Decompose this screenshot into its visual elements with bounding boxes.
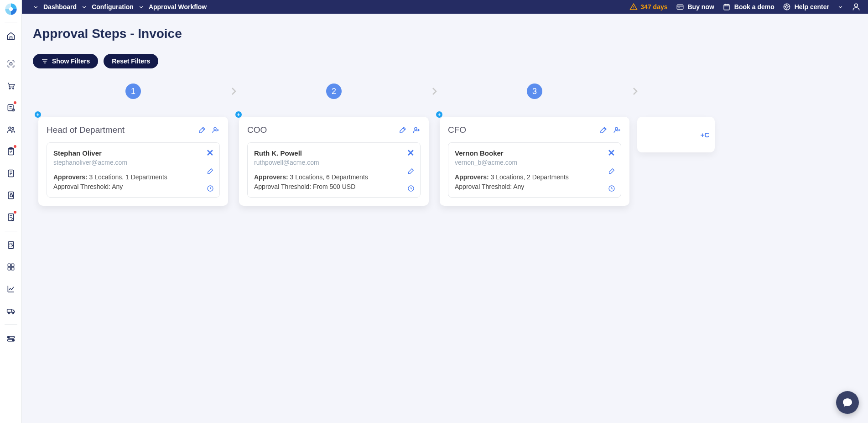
scan-icon[interactable] (2, 55, 20, 73)
remove-approver-icon[interactable]: ✕ (407, 148, 415, 157)
days-remaining: 347 days (629, 3, 667, 11)
lock-doc-icon[interactable] (2, 186, 20, 204)
buy-label: Buy now (688, 3, 714, 10)
sidebar (0, 0, 22, 423)
topbar: Dashboard Configuration Approval Workflo… (22, 0, 868, 14)
add-approver-icon[interactable] (613, 126, 621, 134)
approver-email: ruthpowell@acme.com (254, 159, 414, 166)
svg-point-6 (9, 127, 11, 129)
edit-step-icon[interactable] (399, 126, 407, 134)
approvers-value: 3 Locations, 2 Departments (489, 173, 569, 181)
svg-point-30 (785, 5, 788, 8)
breadcrumb-dashboard[interactable]: Dashboard (43, 3, 77, 10)
edit-step-icon[interactable] (198, 126, 206, 134)
svg-rect-20 (7, 309, 11, 313)
help-label: Help center (795, 3, 829, 10)
reset-filters-button[interactable]: Reset Filters (104, 54, 158, 68)
show-filters-label: Show Filters (52, 57, 90, 65)
breadcrumb: Dashboard Configuration Approval Workflo… (33, 3, 207, 10)
step-column-extra: +C (635, 82, 717, 152)
users-icon[interactable] (2, 120, 20, 139)
svg-point-0 (9, 7, 12, 11)
calculator-icon[interactable] (2, 236, 20, 254)
book-demo-link[interactable]: Book a demo (722, 3, 774, 11)
edit-step-icon[interactable] (599, 126, 608, 134)
history-icon[interactable] (207, 185, 214, 192)
card-title: Head of Department (47, 125, 125, 135)
request-icon[interactable] (2, 99, 20, 117)
add-step-button[interactable]: + (35, 111, 41, 118)
chevron-down-icon[interactable] (837, 4, 843, 10)
reset-filters-label: Reset Filters (112, 57, 150, 65)
demo-label: Book a demo (734, 3, 774, 10)
svg-point-32 (214, 127, 216, 130)
approvers-value: 3 Locations, 6 Departments (288, 173, 368, 181)
card-title: COO (247, 125, 267, 135)
user-icon[interactable] (852, 2, 861, 11)
edit-approver-icon[interactable] (407, 167, 415, 175)
svg-rect-28 (724, 5, 729, 10)
chevron-down-icon[interactable] (138, 4, 144, 10)
home-icon[interactable] (2, 27, 20, 45)
step-card: Head of Department Steph (38, 117, 228, 206)
svg-rect-12 (10, 195, 12, 197)
history-icon[interactable] (608, 185, 615, 192)
receipt-icon[interactable] (2, 164, 20, 183)
remove-approver-icon[interactable]: ✕ (608, 148, 615, 157)
svg-point-21 (8, 312, 10, 313)
approver-name: Ruth K. Powell (254, 149, 414, 157)
divider (5, 231, 17, 231)
svg-point-3 (12, 88, 14, 89)
add-column-card[interactable]: +C (637, 117, 715, 152)
svg-point-22 (12, 312, 13, 313)
approver-box: Ruth K. Powell ruthpowell@acme.com Appro… (247, 142, 421, 198)
approval-threshold: Approval Threshold: Any (455, 182, 614, 192)
chevron-down-icon[interactable] (81, 4, 87, 10)
step-column: 2 + COO (234, 82, 434, 206)
divider (5, 324, 17, 325)
svg-point-14 (12, 219, 14, 220)
approvers-label: Approvers: (254, 173, 288, 181)
app-logo-icon (5, 3, 17, 16)
add-approver-icon[interactable] (212, 126, 220, 134)
show-filters-button[interactable]: Show Filters (33, 54, 98, 68)
toggle-icon[interactable] (2, 329, 20, 348)
step-card: COO Ruth K. Powell (239, 117, 429, 206)
chevron-down-icon[interactable] (33, 4, 39, 10)
approver-email: vernon_b@acme.com (455, 159, 614, 166)
breadcrumb-approval-workflow[interactable]: Approval Workflow (149, 3, 207, 10)
divider (5, 22, 17, 22)
edit-approver-icon[interactable] (608, 167, 615, 175)
step-card: CFO Vernon Booker (440, 117, 629, 206)
approval-threshold: Approval Threshold: From 500 USD (254, 182, 414, 192)
edit-approver-icon[interactable] (207, 167, 214, 175)
approver-box: Stephan Oliver stephanoliver@acme.com Ap… (47, 142, 220, 198)
invoice-icon[interactable] (2, 208, 20, 226)
svg-point-2 (9, 88, 10, 89)
clipboard-icon[interactable] (2, 142, 20, 161)
svg-point-26 (12, 340, 14, 341)
svg-rect-17 (11, 264, 14, 266)
approver-email: stephanoliver@acme.com (53, 159, 213, 166)
svg-rect-27 (677, 5, 683, 10)
breadcrumb-configuration[interactable]: Configuration (92, 3, 134, 10)
step-column: 1 + Head of Department (33, 82, 234, 206)
add-step-button[interactable]: + (436, 111, 442, 118)
chat-widget-button[interactable] (836, 391, 859, 414)
add-approver-icon[interactable] (412, 126, 421, 134)
add-step-button[interactable]: + (235, 111, 242, 118)
inventory-icon[interactable] (2, 258, 20, 276)
buy-now-link[interactable]: Buy now (676, 3, 714, 11)
svg-rect-19 (11, 267, 14, 270)
svg-point-7 (12, 127, 14, 129)
analytics-icon[interactable] (2, 280, 20, 298)
help-center-link[interactable]: Help center (783, 3, 829, 11)
history-icon[interactable] (407, 185, 415, 192)
cart-icon[interactable] (2, 77, 20, 95)
truck-icon[interactable] (2, 302, 20, 320)
svg-rect-1 (10, 63, 12, 65)
steps-container: 1 + Head of Department (33, 82, 857, 215)
svg-point-24 (8, 337, 10, 338)
approver-box: Vernon Booker vernon_b@acme.com Approver… (448, 142, 621, 198)
remove-approver-icon[interactable]: ✕ (206, 148, 214, 157)
